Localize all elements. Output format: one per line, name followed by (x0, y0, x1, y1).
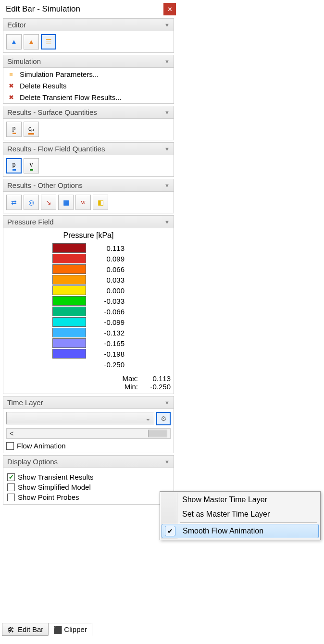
legend-swatch (52, 254, 86, 263)
timelayer-settings-button[interactable]: ⚙ (156, 412, 171, 425)
menu-smooth-flow[interactable]: ✔ Smooth Flow Animation (162, 524, 319, 538)
section-header-display[interactable]: Display Options ▼ (3, 456, 174, 468)
legend-row: -0.165 (52, 338, 125, 348)
cmd-delete-transient[interactable]: ✖ Delete Transient Flow Results... (5, 92, 172, 102)
tag-icon: ◧ (98, 198, 104, 207)
p-label: p (12, 124, 16, 134)
legend-row: 0.113 (52, 243, 125, 253)
option-label: Show Simplified Model (18, 483, 91, 491)
tab-edit-bar[interactable]: 🛠 Edit Bar (2, 623, 49, 636)
opt-contour-button[interactable]: ◎ (24, 195, 39, 210)
legend-swatch (52, 264, 86, 274)
wrench-icon: 🛠 (7, 626, 16, 633)
menu-separator (180, 522, 317, 523)
v-label: v (30, 161, 33, 171)
cmd-simulation-parameters[interactable]: ≡ Simulation Parameters... (5, 69, 172, 79)
cmd-label: Simulation Parameters... (20, 70, 99, 78)
checkbox-icon (6, 442, 14, 450)
cmd-label: Delete Results (20, 82, 67, 90)
surface-cp-button[interactable]: cₚ (24, 122, 39, 137)
opt-grid-button[interactable]: ▦ (58, 195, 74, 210)
section-header-simulation[interactable]: Simulation ▼ (3, 55, 174, 68)
min-label: Min: (125, 383, 138, 391)
section-flowfield: Results - Flow Field Quantities ▼ p v (3, 142, 174, 177)
flow-animation-checkbox[interactable]: Flow Animation (6, 442, 171, 450)
legend-row: 0.099 (52, 253, 125, 264)
menu-label: Smooth Flow Animation (183, 527, 263, 535)
timelayer-dropdown[interactable]: ⌄ (6, 412, 154, 424)
legend-value: -0.198 (91, 350, 125, 358)
editor-tool-2[interactable]: ▲ (24, 34, 39, 50)
section-header-surface[interactable]: Results - Surface Quantities ▼ (3, 106, 174, 119)
section-surface: Results - Surface Quantities ▼ p cₚ (3, 106, 174, 140)
display-option-0[interactable]: ✔Show Transient Results (6, 473, 171, 481)
flow-v-button[interactable]: v (24, 158, 39, 173)
tab-clipper[interactable]: ⬛ Clipper (48, 623, 92, 636)
w-label: w (81, 198, 86, 206)
chevron-down-icon: ⌄ (145, 414, 151, 422)
display-option-2[interactable]: Show Point Probes (6, 493, 171, 501)
legend-stats: Max: 0.113 Min: -0.250 (6, 374, 171, 391)
option-label: Show Transient Results (18, 473, 94, 481)
menu-label: Set as Master Time Layer (182, 510, 270, 518)
section-title: Display Options (7, 458, 58, 466)
display-option-1[interactable]: Show Simplified Model (6, 483, 171, 491)
cmd-delete-results[interactable]: ✖ Delete Results (5, 80, 172, 91)
checkbox-icon: ✔ (7, 473, 15, 481)
section-pressure: Pressure Field ▼ Pressure [kPa] 0.1130.0… (3, 215, 174, 394)
legend-swatch (52, 317, 86, 327)
legend-value: 0.099 (91, 255, 125, 263)
chevron-down-icon: ▼ (164, 59, 170, 64)
chevron-down-icon: ▼ (164, 183, 170, 188)
legend-row: 0.066 (52, 264, 125, 274)
section-header-timelayer[interactable]: Time Layer ▼ (3, 396, 174, 409)
max-value: 0.113 (142, 374, 171, 383)
legend-value: -0.250 (91, 360, 125, 369)
section-title: Results - Surface Quantities (7, 108, 97, 116)
editor-tool-1[interactable]: ▲ (6, 34, 22, 50)
chevron-down-icon: ▼ (164, 22, 170, 28)
section-header-flowfield[interactable]: Results - Flow Field Quantities ▼ (3, 143, 174, 155)
opt-tag-button[interactable]: ◧ (93, 195, 108, 210)
surface-p-button[interactable]: p (6, 122, 22, 137)
close-button[interactable]: ✕ (163, 3, 176, 15)
scroll-thumb[interactable] (148, 430, 167, 437)
legend-value: -0.132 (91, 329, 125, 337)
section-other: Results - Other Options ▼ ⇄ ◎ ↘ ▦ w ◧ (3, 179, 174, 213)
legend-value: 0.066 (91, 265, 125, 273)
titlebar: Edit Bar - Simulation ✕ (0, 0, 177, 18)
flow-p-button[interactable]: p (6, 158, 22, 173)
opt-graph-button[interactable]: ↘ (41, 195, 56, 210)
cube-icon: ⬛ (53, 626, 62, 633)
section-header-editor[interactable]: Editor ▼ (3, 19, 174, 31)
cone-orange-icon: ▲ (28, 38, 35, 46)
opt-arrows-button[interactable]: ⇄ (6, 195, 22, 210)
arrows-icon: ⇄ (11, 198, 17, 207)
editor-tool-3[interactable]: ☰ (41, 34, 56, 50)
legend-swatch (52, 307, 86, 316)
section-title: Pressure Field (7, 218, 54, 226)
legend-swatch (52, 296, 86, 306)
window-title: Edit Bar - Simulation (6, 4, 80, 14)
timelayer-scrollbar[interactable]: < (6, 428, 171, 439)
legend-row: -0.198 (52, 348, 125, 359)
opt-w-button[interactable]: w (75, 195, 91, 210)
section-header-other[interactable]: Results - Other Options ▼ (3, 179, 174, 192)
timelayer-settings-menu: Show Master Time Layer Set as Master Tim… (160, 491, 321, 540)
cp-label: cₚ (28, 124, 34, 135)
legend-swatch (52, 285, 86, 295)
menu-set-master[interactable]: Set as Master Time Layer (161, 507, 319, 521)
legend-swatch (52, 243, 86, 253)
chevron-down-icon: ▼ (164, 146, 170, 152)
section-title: Simulation (7, 57, 41, 65)
chevron-down-icon: ▼ (164, 110, 170, 115)
close-icon: ✕ (167, 6, 173, 13)
legend-value: -0.033 (91, 297, 125, 305)
menu-show-master[interactable]: Show Master Time Layer (161, 493, 319, 507)
contour-icon: ◎ (28, 198, 34, 207)
max-label: Max: (122, 374, 138, 383)
legend-value: 0.113 (91, 244, 125, 252)
scroll-left-icon: < (10, 430, 13, 437)
section-header-pressure[interactable]: Pressure Field ▼ (3, 216, 174, 228)
legend-value: -0.099 (91, 318, 125, 326)
